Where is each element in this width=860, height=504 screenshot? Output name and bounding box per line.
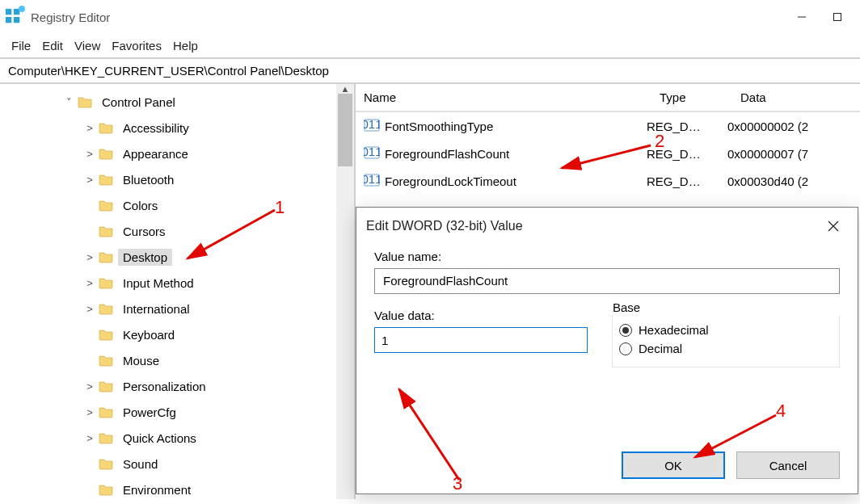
svg-text:011: 011 bbox=[364, 145, 380, 158]
tree-label: Control Panel bbox=[97, 94, 180, 111]
tree-label: Quick Actions bbox=[118, 430, 201, 447]
address-bar[interactable]: Computer\HKEY_CURRENT_USER\Control Panel… bbox=[0, 59, 860, 84]
tree-item-mouse[interactable]: Mouse bbox=[0, 347, 354, 373]
list-row[interactable]: 011FontSmoothingTypeREG_D…0x00000002 (2 bbox=[356, 112, 860, 140]
base-label: Base bbox=[613, 300, 642, 314]
list-row[interactable]: 011ForegroundFlashCountREG_D…0x00000007 … bbox=[356, 140, 860, 167]
menu-help[interactable]: Help bbox=[170, 37, 201, 54]
minimize-button[interactable] bbox=[784, 4, 820, 30]
svg-rect-3 bbox=[14, 17, 19, 23]
cancel-button[interactable]: Cancel bbox=[736, 452, 840, 479]
tree-label: Environment bbox=[118, 481, 196, 498]
folder-icon bbox=[99, 250, 113, 263]
row-data: 0x00000002 (2 bbox=[727, 120, 860, 133]
folder-icon bbox=[78, 95, 92, 108]
menu-favorites[interactable]: Favorites bbox=[108, 37, 165, 54]
maximize-button[interactable] bbox=[820, 4, 855, 30]
titlebar: Registry Editor bbox=[0, 0, 860, 34]
folder-icon bbox=[99, 457, 113, 470]
folder-icon bbox=[99, 147, 113, 160]
annotation-2: 2 bbox=[655, 131, 664, 152]
tree-item-cursors[interactable]: Cursors bbox=[0, 218, 354, 244]
tree-item-quick-actions[interactable]: >Quick Actions bbox=[0, 425, 354, 451]
folder-icon bbox=[99, 328, 113, 341]
chevron-down-icon[interactable]: ˅ bbox=[61, 96, 76, 108]
col-type[interactable]: Type bbox=[651, 84, 732, 111]
annotation-3: 3 bbox=[453, 473, 462, 494]
folder-icon bbox=[99, 276, 113, 289]
menu-edit[interactable]: Edit bbox=[39, 37, 66, 54]
folder-icon bbox=[99, 354, 113, 367]
tree-label: Sound bbox=[118, 456, 162, 472]
regedit-icon bbox=[5, 8, 23, 26]
reg-dword-icon: 011 bbox=[364, 117, 382, 136]
tree-item-appearance[interactable]: >Appearance bbox=[0, 141, 354, 166]
chevron-right-icon[interactable]: > bbox=[82, 174, 97, 186]
tree-label: International bbox=[118, 300, 195, 317]
chevron-right-icon[interactable]: > bbox=[82, 277, 97, 289]
tree-label: PowerCfg bbox=[118, 404, 181, 421]
tree-item-keyboard[interactable]: Keyboard bbox=[0, 321, 354, 347]
tree-scrollbar[interactable]: ▲ bbox=[336, 84, 354, 499]
value-data-label: Value data: bbox=[374, 309, 588, 322]
chevron-right-icon[interactable]: > bbox=[82, 303, 97, 315]
edit-dword-dialog: Edit DWORD (32-bit) Value Value name: Fo… bbox=[356, 207, 858, 494]
folder-icon bbox=[99, 380, 113, 393]
row-data: 0x00030d40 (2 bbox=[727, 174, 860, 188]
col-name[interactable]: Name bbox=[356, 84, 651, 111]
svg-rect-2 bbox=[6, 17, 11, 23]
chevron-right-icon[interactable]: > bbox=[82, 122, 97, 134]
row-name: ForegroundFlashCount bbox=[385, 147, 647, 161]
tree-item-powercfg[interactable]: >PowerCfg bbox=[0, 399, 354, 425]
chevron-right-icon[interactable]: > bbox=[82, 148, 97, 160]
tree-label: Desktop bbox=[118, 249, 172, 266]
svg-text:011: 011 bbox=[364, 117, 380, 131]
window-title: Registry Editor bbox=[31, 10, 110, 24]
tree-label: Input Method bbox=[118, 275, 199, 292]
dec-label: Decimal bbox=[639, 342, 682, 355]
tree-item-international[interactable]: >International bbox=[0, 296, 354, 321]
tree-label: Appearance bbox=[118, 145, 193, 162]
tree-item-accessibility[interactable]: >Accessibility bbox=[0, 115, 354, 141]
scroll-up-icon[interactable]: ▲ bbox=[336, 84, 354, 94]
tree-item-bluetooth[interactable]: >Bluetooth bbox=[0, 166, 354, 192]
folder-icon bbox=[99, 483, 113, 496]
list-row[interactable]: 011ForegroundLockTimeoutREG_D…0x00030d40… bbox=[356, 167, 860, 195]
annotation-1: 1 bbox=[275, 197, 285, 218]
ok-button[interactable]: OK bbox=[622, 452, 725, 479]
chevron-right-icon[interactable]: > bbox=[82, 251, 97, 263]
tree-label: Personalization bbox=[118, 378, 211, 395]
row-name: FontSmoothingType bbox=[385, 120, 647, 133]
chevron-right-icon[interactable]: > bbox=[82, 432, 97, 444]
tree-label: Accessibility bbox=[118, 120, 194, 136]
chevron-right-icon[interactable]: > bbox=[82, 406, 97, 418]
tree-item-desktop[interactable]: >Desktop bbox=[0, 244, 354, 270]
radio-hexadecimal[interactable]: Hexadecimal bbox=[619, 323, 833, 337]
svg-rect-5 bbox=[834, 14, 841, 21]
tree-item-personalization[interactable]: >Personalization bbox=[0, 373, 354, 399]
radio-decimal[interactable]: Decimal bbox=[619, 342, 833, 355]
menu-view[interactable]: View bbox=[71, 37, 103, 54]
tree-item-colors[interactable]: Colors bbox=[0, 192, 354, 218]
tree-item-input-method[interactable]: >Input Method bbox=[0, 270, 354, 296]
menubar: File Edit View Favorites Help bbox=[0, 34, 860, 59]
tree-label: Mouse bbox=[118, 352, 164, 369]
tree-item-environment[interactable]: Environment bbox=[0, 477, 354, 499]
tree-label: Bluetooth bbox=[118, 171, 179, 188]
annotation-4: 4 bbox=[776, 401, 786, 422]
tree-item-sound[interactable]: Sound bbox=[0, 451, 354, 477]
col-data[interactable]: Data bbox=[732, 84, 860, 111]
menu-file[interactable]: File bbox=[8, 37, 34, 54]
value-data-input[interactable] bbox=[374, 327, 588, 353]
close-icon[interactable] bbox=[819, 212, 848, 241]
hex-label: Hexadecimal bbox=[639, 323, 709, 337]
folder-icon bbox=[99, 405, 113, 418]
row-data: 0x00000007 (7 bbox=[727, 147, 860, 161]
tree-pane: ˅Control Panel>Accessibility>Appearance>… bbox=[0, 84, 356, 499]
svg-rect-0 bbox=[6, 9, 11, 15]
address-path: Computer\HKEY_CURRENT_USER\Control Panel… bbox=[8, 64, 329, 78]
dialog-title: Edit DWORD (32-bit) Value bbox=[366, 219, 523, 233]
tree-item-control-panel[interactable]: ˅Control Panel bbox=[0, 89, 354, 115]
scrollbar-thumb[interactable] bbox=[338, 94, 352, 166]
chevron-right-icon[interactable]: > bbox=[82, 380, 97, 393]
